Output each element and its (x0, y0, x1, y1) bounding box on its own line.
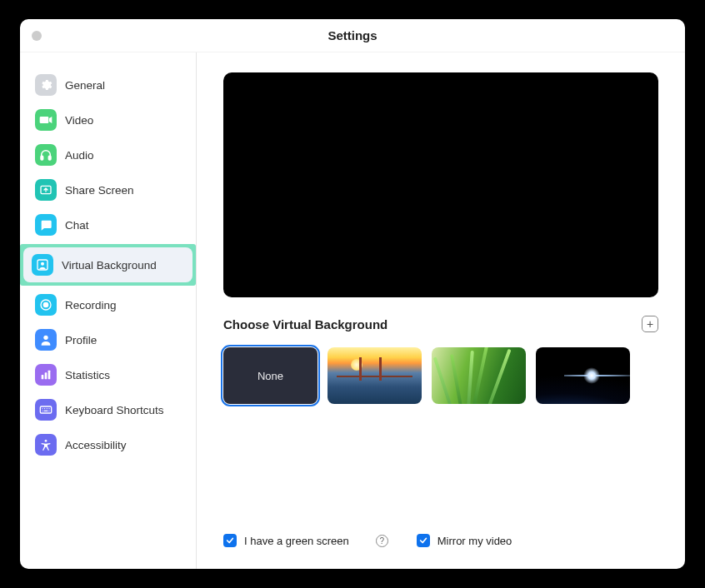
sidebar-item-accessibility[interactable]: Accessibility (30, 427, 186, 462)
main-panel: Choose Virtual Background + None I have … (197, 52, 685, 569)
checkbox-checked-icon (223, 534, 237, 547)
sidebar-item-profile[interactable]: Profile (30, 322, 186, 357)
sidebar-item-video[interactable]: Video (30, 102, 186, 137)
record-icon (35, 294, 57, 316)
sidebar-item-label: Statistics (65, 369, 110, 381)
gear-icon (35, 74, 57, 96)
add-background-button[interactable]: + (642, 316, 658, 332)
sidebar-item-label: Audio (65, 149, 94, 162)
svg-rect-10 (48, 371, 51, 380)
bg-thumb-none[interactable]: None (223, 347, 318, 404)
mirror-video-label: Mirror my video (438, 535, 512, 547)
window-close-button[interactable] (32, 31, 42, 41)
sidebar-item-chat[interactable]: Chat (30, 207, 186, 242)
video-icon (35, 109, 57, 131)
svg-rect-1 (48, 156, 51, 160)
svg-point-4 (41, 262, 44, 266)
mirror-video-checkbox[interactable]: Mirror my video (417, 534, 512, 547)
sidebar-item-share-screen[interactable]: Share Screen (30, 172, 186, 207)
bg-thumb-grass[interactable] (432, 347, 526, 404)
checkbox-checked-icon (417, 534, 430, 547)
window-body: GeneralVideoAudioShare ScreenChatVirtual… (20, 52, 685, 569)
choose-bg-heading: Choose Virtual Background (223, 317, 388, 331)
stats-icon (35, 364, 57, 386)
background-thumbnails: None (223, 347, 658, 404)
settings-window: Settings GeneralVideoAudioShare ScreenCh… (20, 19, 685, 569)
portrait-icon (32, 254, 53, 276)
sidebar-item-label: Recording (65, 299, 117, 311)
sidebar-item-audio[interactable]: Audio (30, 137, 186, 172)
help-icon[interactable]: ? (376, 535, 388, 547)
sidebar-item-statistics[interactable]: Statistics (30, 357, 186, 392)
sidebar-item-label: Chat (65, 219, 89, 232)
window-title: Settings (328, 28, 377, 42)
bg-thumb-none-label: None (258, 370, 283, 382)
chat-icon (35, 214, 57, 236)
sidebar-item-label: Video (65, 114, 93, 127)
svg-point-7 (43, 336, 48, 340)
sidebar-item-label: Keyboard Shortcuts (65, 404, 164, 416)
green-screen-checkbox[interactable]: I have a green screen (223, 534, 349, 547)
sidebar-item-label: Profile (65, 334, 97, 346)
svg-rect-9 (45, 372, 48, 379)
sidebar-item-label: Accessibility (65, 439, 127, 451)
sidebar-item-label: Share Screen (65, 184, 134, 197)
sidebar-item-recording[interactable]: Recording (30, 287, 186, 322)
sidebar-item-label: General (65, 79, 105, 92)
headphones-icon (35, 144, 57, 166)
settings-sidebar: GeneralVideoAudioShare ScreenChatVirtual… (20, 52, 197, 569)
svg-rect-11 (40, 406, 51, 413)
sidebar-item-general[interactable]: General (30, 67, 186, 102)
titlebar: Settings (20, 19, 685, 52)
subtitle-row: Choose Virtual Background + (223, 316, 658, 332)
sidebar-item-keyboard-shortcuts[interactable]: Keyboard Shortcuts (30, 392, 186, 427)
video-preview (223, 72, 658, 297)
svg-rect-0 (41, 156, 43, 160)
share-icon (35, 179, 57, 201)
plus-icon: + (647, 318, 653, 330)
options-row: I have a green screen ? Mirror my video (223, 517, 658, 552)
green-screen-label: I have a green screen (244, 535, 349, 547)
sidebar-item-label: Virtual Background (62, 259, 157, 272)
sidebar-item-virtual-background[interactable]: Virtual Background (23, 247, 192, 282)
svg-point-6 (43, 302, 48, 306)
bg-thumb-earth[interactable] (536, 347, 630, 404)
keyboard-icon (35, 399, 57, 421)
bg-thumb-bridge[interactable] (328, 347, 422, 404)
svg-point-12 (45, 440, 48, 442)
user-icon (35, 329, 57, 351)
accessibility-icon (35, 434, 57, 456)
svg-rect-8 (42, 375, 44, 379)
